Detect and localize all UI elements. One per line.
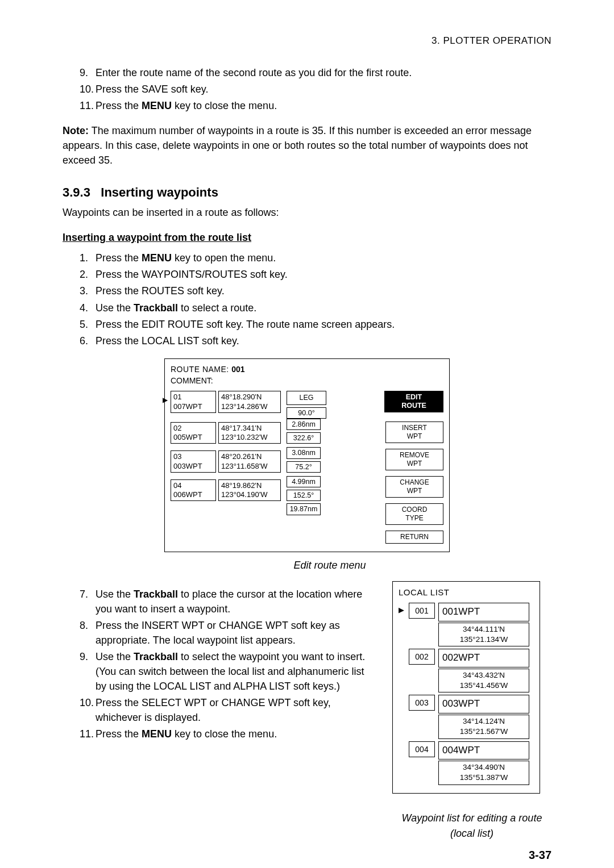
leg-distance: 2.86nm [287, 419, 321, 430]
step-text: Press the SAVE soft key. [96, 82, 208, 97]
figure2-caption: Waypoint list for editing a route (local… [392, 811, 551, 841]
local-list-title: LOCAL LIST [399, 586, 534, 599]
step-num: 5. [80, 317, 96, 332]
figure1-caption: Edit route menu [108, 558, 551, 573]
route-row-index: 04006WPT [171, 479, 216, 502]
step-num: 7. [80, 587, 96, 616]
route-name-value: 001 [231, 365, 244, 374]
list-entry-coord: 34°34.490'N135°51.387'W [438, 761, 529, 784]
local-list-figure: LOCAL LIST ▶ 001 001WPT 34°44.111'N135°2… [392, 581, 540, 794]
route-row-index: 03003WPT [171, 450, 216, 473]
steps-top: 9. Enter the route name of the second ro… [63, 65, 551, 113]
return-softkey[interactable]: RETURN [385, 531, 443, 544]
edit-route-figure: ▶ ROUTE NAME: 001 COMMENT: 01 007WPT 48°… [164, 358, 450, 553]
edit-route-softkey-header: EDIT ROUTE [384, 391, 443, 412]
list-entry-name: 003WPT [438, 695, 529, 713]
step-text: Use the Trackball to select a route. [96, 301, 256, 315]
route-row-coord: 48°18.290'N123°14.286'W [218, 391, 281, 413]
step-num: 3. [80, 283, 96, 298]
remove-wpt-softkey[interactable]: REMOVE WPT [385, 449, 443, 470]
list-entry-num: 002 [409, 649, 435, 665]
coord-type-softkey[interactable]: COORD TYPE [385, 503, 443, 525]
list-entry-name: 004WPT [438, 741, 529, 760]
step-num: 8. [80, 618, 96, 648]
pointer-icon: ▶ [163, 395, 168, 405]
step-num: 11. [80, 727, 96, 741]
list-entry-name: 002WPT [438, 649, 529, 667]
step-text: Use the Trackball to place the cursor at… [96, 587, 370, 616]
step-num: 11. [80, 98, 96, 113]
step-num: 10. [80, 695, 96, 725]
steps-list-2: 7.Use the Trackball to place the cursor … [63, 587, 370, 742]
comment-label: COMMENT: [171, 376, 213, 385]
route-row-index: 01 007WPT [171, 391, 216, 413]
insert-wpt-softkey[interactable]: INSERT WPT [385, 422, 443, 443]
page-header: 3. PLOTTER OPERATION [63, 34, 551, 48]
change-wpt-softkey[interactable]: CHANGE WPT [385, 476, 443, 498]
subheading: Inserting a waypoint from the route list [63, 230, 551, 245]
section-heading: 3.9.3 Inserting waypoints [63, 183, 551, 202]
step-num: 9. [80, 65, 96, 80]
route-row-index: 02005WPT [171, 422, 216, 444]
pointer-icon: ▶ [399, 603, 409, 616]
route-row-coord: 48°20.261'N123°11.658'W [218, 450, 281, 473]
page-number: 3-37 [63, 847, 551, 863]
step-text: Press the MENU key to close the menu. [96, 98, 277, 113]
leg-bearing: 322.6° [287, 432, 321, 444]
step-text: Press the WAYPOINTS/ROUTES soft key. [96, 267, 288, 282]
step-num: 4. [80, 301, 96, 315]
leg-bearing: 75.2° [287, 461, 321, 473]
step-text: Press the ROUTES soft key. [96, 283, 225, 298]
leg-distance: 3.08nm [287, 447, 321, 458]
leg-distance: 19.87nm [287, 503, 321, 515]
step-text: Press the MENU key to open the menu. [96, 251, 276, 265]
step-num: 10. [80, 82, 96, 97]
note-paragraph: Note: The maximum number of waypoints in… [63, 123, 551, 168]
steps-list-1: 1.Press the MENU key to open the menu. 2… [63, 251, 551, 348]
list-entry-coord: 34°14.124'N135°21.567'W [438, 715, 529, 738]
route-row-coord: 48°19.862'N123°04.190'W [218, 479, 281, 502]
step-text: Use the Trackball to select the waypoint… [96, 649, 370, 694]
step-text: Press the MENU key to close the menu. [96, 727, 277, 741]
list-entry-num: 001 [409, 603, 435, 619]
section-intro: Waypoints can be inserted in a route as … [63, 205, 551, 220]
step-text: Press the INSERT WPT or CHANGE WPT soft … [96, 618, 370, 648]
leg-distance: 4.99nm [287, 476, 321, 487]
list-entry-num: 003 [409, 695, 435, 711]
list-entry-coord: 34°44.111'N135°21.134'W [438, 623, 529, 646]
step-num: 2. [80, 267, 96, 282]
list-entry-num: 004 [409, 741, 435, 757]
step-num: 6. [80, 333, 96, 348]
step-text: Press the SELECT WPT or CHANGE WPT soft … [96, 695, 370, 725]
route-name-label: ROUTE NAME: [171, 365, 231, 374]
step-text: Enter the route name of the second route… [96, 65, 412, 80]
list-entry-name: 001WPT [438, 603, 529, 621]
step-num: 9. [80, 649, 96, 694]
route-row-coord: 48°17.341'N123°10.232'W [218, 422, 281, 444]
leg-bearing: 152.5° [287, 490, 321, 501]
leg-label: LEG [287, 391, 326, 404]
list-entry-coord: 34°43.432'N135°41.456'W [438, 669, 529, 692]
leg-bearing: 90.0° [287, 407, 326, 419]
step-num: 1. [80, 251, 96, 265]
step-text: Press the EDIT ROUTE soft key. The route… [96, 317, 395, 332]
step-text: Press the LOCAL LIST soft key. [96, 333, 239, 348]
